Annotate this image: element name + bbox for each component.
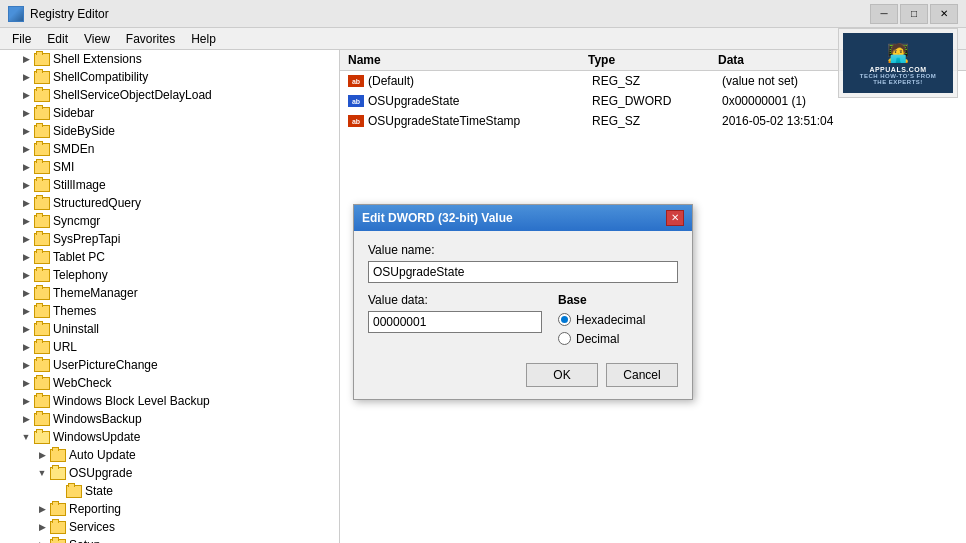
base-label: Base <box>558 293 678 307</box>
value-data-input[interactable] <box>368 311 542 333</box>
radio-hex-circle <box>558 313 571 326</box>
dialog-buttons: OK Cancel <box>368 363 678 387</box>
cancel-button[interactable]: Cancel <box>606 363 678 387</box>
radio-hex-label: Hexadecimal <box>576 313 645 327</box>
base-section: Base Hexadecimal Decimal <box>558 293 678 351</box>
dialog-body: Value name: Value data: Base Hexadecimal… <box>354 231 692 399</box>
edit-dword-dialog: Edit DWORD (32-bit) Value ✕ Value name: … <box>353 204 693 400</box>
dialog-data-row: Value data: Base Hexadecimal Decimal <box>368 293 678 351</box>
dialog-title: Edit DWORD (32-bit) Value <box>362 211 513 225</box>
dialog-close-button[interactable]: ✕ <box>666 210 684 226</box>
dialog-overlay: Edit DWORD (32-bit) Value ✕ Value name: … <box>0 0 966 543</box>
radio-decimal[interactable]: Decimal <box>558 332 678 346</box>
radio-dec-label: Decimal <box>576 332 619 346</box>
value-name-input[interactable] <box>368 261 678 283</box>
ok-button[interactable]: OK <box>526 363 598 387</box>
dialog-title-bar: Edit DWORD (32-bit) Value ✕ <box>354 205 692 231</box>
radio-dec-circle <box>558 332 571 345</box>
value-name-label: Value name: <box>368 243 678 257</box>
value-data-label: Value data: <box>368 293 542 307</box>
data-section: Value data: <box>368 293 542 333</box>
radio-hexadecimal[interactable]: Hexadecimal <box>558 313 678 327</box>
